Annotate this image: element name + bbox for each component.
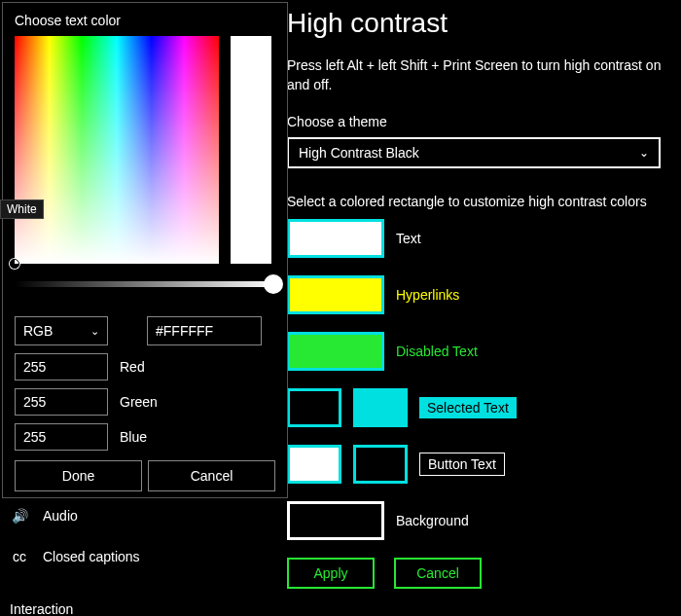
apply-button-label: Apply <box>313 565 347 581</box>
label-hyperlinks: Hyperlinks <box>396 287 459 303</box>
saturation-value-area[interactable] <box>15 36 219 264</box>
green-input[interactable]: 255 <box>15 388 108 416</box>
sidebar-section-label: Interaction <box>10 601 73 616</box>
dialog-title: Choose text color <box>15 13 275 28</box>
cancel-button-label: Cancel <box>416 565 459 581</box>
red-input[interactable]: 255 <box>15 353 108 380</box>
page-title: High contrast <box>287 8 681 39</box>
dialog-cancel-button[interactable]: Cancel <box>148 460 275 491</box>
row-selected: Selected Text <box>287 388 681 427</box>
swatch-button-bg[interactable] <box>353 445 408 484</box>
hex-input[interactable]: #FFFFFF <box>147 316 262 345</box>
value-slider[interactable] <box>15 281 275 287</box>
color-preview <box>231 36 271 264</box>
row-disabled: Disabled Text <box>287 332 681 371</box>
row-background: Background <box>287 501 681 540</box>
label-selected: Selected Text <box>419 397 517 418</box>
color-format-value: RGB <box>23 323 53 339</box>
sidebar-item-label: Closed captions <box>43 549 140 564</box>
select-rectangle-label: Select a colored rectangle to customize … <box>287 194 681 209</box>
cancel-button[interactable]: Cancel <box>394 558 482 589</box>
label-disabled: Disabled Text <box>396 344 478 359</box>
swatch-selected-fg[interactable] <box>287 388 341 427</box>
sidebar-item-captions[interactable]: cc Closed captions <box>0 539 282 574</box>
done-button[interactable]: Done <box>15 460 142 491</box>
sv-cursor-icon <box>10 259 19 269</box>
label-background: Background <box>396 513 469 528</box>
choose-theme-label: Choose a theme <box>287 114 681 129</box>
swatch-text[interactable] <box>287 219 384 258</box>
sidebar-section-interaction: Interaction <box>0 592 282 616</box>
sidebar-item-audio[interactable]: 🔊 Audio <box>0 498 282 533</box>
theme-select-value: High Contrast Black <box>299 145 419 161</box>
red-label: Red <box>120 359 145 375</box>
blue-input[interactable]: 255 <box>15 423 108 451</box>
done-button-label: Done <box>62 468 94 484</box>
label-button: Button Text <box>419 453 505 476</box>
color-tooltip: White <box>0 199 44 219</box>
swatch-selected-bg[interactable] <box>353 388 408 427</box>
dialog-cancel-button-label: Cancel <box>191 468 233 484</box>
green-label: Green <box>120 394 158 410</box>
swatch-disabled[interactable] <box>287 332 384 371</box>
row-button: Button Text <box>287 445 681 484</box>
chevron-down-icon: ⌄ <box>639 146 649 160</box>
hex-value: #FFFFFF <box>156 323 213 339</box>
color-picker-dialog: Choose text color RGB ⌄ #FFFFFF 255 Red … <box>2 2 288 498</box>
label-text: Text <box>396 231 421 246</box>
captions-icon: cc <box>10 549 29 564</box>
swatch-background[interactable] <box>287 501 384 540</box>
blue-label: Blue <box>120 429 147 445</box>
row-text: Text <box>287 219 681 258</box>
slider-thumb-icon <box>264 274 283 294</box>
apply-button[interactable]: Apply <box>287 558 375 589</box>
row-hyperlinks: Hyperlinks <box>287 275 681 314</box>
speaker-icon: 🔊 <box>10 508 29 524</box>
sidebar-item-label: Audio <box>43 508 78 524</box>
shortcut-hint: Press left Alt + left Shift + Print Scre… <box>287 56 681 94</box>
color-format-select[interactable]: RGB ⌄ <box>15 316 108 345</box>
theme-select[interactable]: High Contrast Black ⌄ <box>287 137 661 168</box>
chevron-down-icon: ⌄ <box>90 325 99 338</box>
swatch-button-fg[interactable] <box>287 445 341 484</box>
swatch-hyperlinks[interactable] <box>287 275 384 314</box>
